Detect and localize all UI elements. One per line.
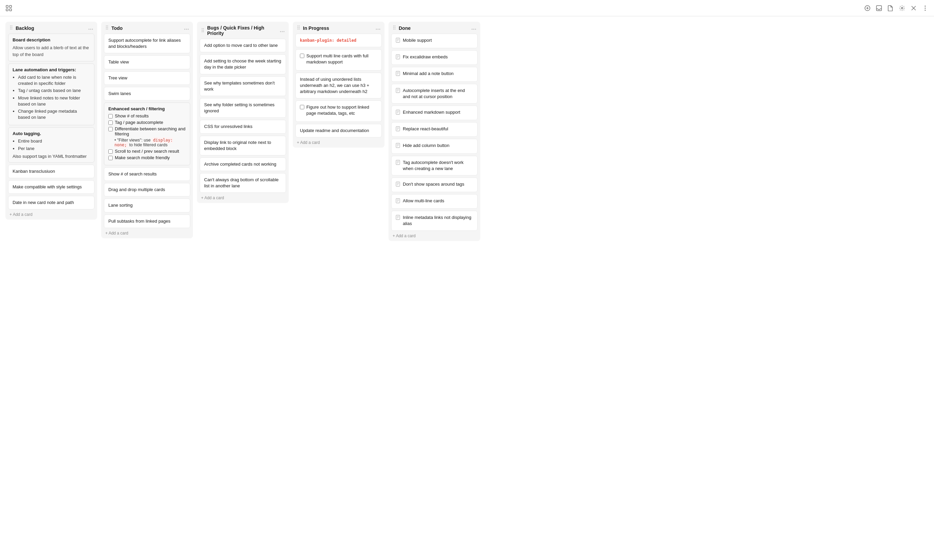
- close-icon[interactable]: [910, 5, 917, 12]
- add-card-button[interactable]: + Add a card: [197, 193, 289, 203]
- svg-point-24: [107, 25, 108, 26]
- list-item[interactable]: Date in new card note and path: [8, 196, 94, 209]
- list-item[interactable]: Allow multi-line cards: [391, 194, 478, 209]
- svg-point-32: [202, 28, 202, 29]
- checkbox[interactable]: [300, 54, 304, 58]
- svg-point-11: [925, 5, 926, 6]
- list-item[interactable]: Hide add column button: [391, 139, 478, 154]
- lane-header-left: Todo: [105, 25, 123, 31]
- list-item: Move linked notes to new folder based on…: [18, 95, 90, 107]
- svg-point-31: [188, 29, 189, 29]
- card-text: Tag autocomplete doesn't work when creat…: [403, 160, 473, 172]
- list-item[interactable]: Table view: [104, 55, 190, 69]
- add-card-button[interactable]: + Add a card: [293, 137, 384, 148]
- list-item[interactable]: Inline metadata links not displaying ali…: [391, 211, 478, 231]
- list-item[interactable]: Don't show spaces around tags: [391, 177, 478, 192]
- lane-menu-icon[interactable]: [376, 25, 381, 31]
- svg-point-30: [186, 29, 187, 29]
- gear-icon[interactable]: [899, 5, 905, 12]
- list-item[interactable]: See why templates sometimes don't work: [200, 76, 286, 96]
- lane-menu-icon[interactable]: [280, 28, 285, 33]
- checkbox[interactable]: [108, 127, 113, 131]
- lane-header-left: Backlog: [9, 25, 34, 31]
- svg-point-45: [297, 29, 298, 29]
- checkbox-label: Scroll to next / prev search result: [115, 149, 179, 154]
- checkbox-label: Make search mobile friendly: [115, 155, 170, 160]
- lane-menu-icon[interactable]: [88, 25, 93, 31]
- list-item[interactable]: Mobile support: [391, 34, 478, 48]
- list-item[interactable]: Drag and drop multiple cards: [104, 183, 190, 197]
- list-item[interactable]: Kanban transclusiuon: [8, 165, 94, 178]
- kanban-tag-card[interactable]: kanban-plugin: detailed: [296, 34, 382, 47]
- lane-menu-icon[interactable]: [472, 25, 476, 31]
- list-item[interactable]: Enhanced search / filteringShow # of res…: [104, 103, 190, 165]
- svg-rect-1: [9, 5, 12, 8]
- svg-point-39: [282, 31, 283, 32]
- checkbox-label: Support multi line cards with full markd…: [306, 53, 377, 65]
- lane-bugs: Bugs / Quick Fixes / High Priority Add o…: [197, 22, 289, 203]
- list-item[interactable]: Tag autocomplete doesn't work when creat…: [391, 156, 478, 175]
- list-item[interactable]: Lane automation and triggers:Add card to…: [8, 63, 94, 125]
- lane-title-backlog: Backlog: [15, 25, 34, 31]
- checkbox[interactable]: [108, 156, 113, 160]
- checkbox-card[interactable]: Figure out how to support linked page me…: [296, 100, 382, 122]
- list-item[interactable]: Pull subtasks from linked pages: [104, 214, 190, 228]
- list-item[interactable]: Show # of search results: [104, 167, 190, 181]
- svg-rect-3: [9, 9, 12, 11]
- lane-inprogress: In Progress kanban-plugin: detailedSuppo…: [293, 22, 384, 148]
- list-item[interactable]: Display link to original note next to em…: [200, 136, 286, 155]
- list-item[interactable]: Fix excalidraw embeds: [391, 50, 478, 65]
- list-item[interactable]: Make compatible with style settings: [8, 180, 94, 194]
- checkbox[interactable]: [108, 114, 113, 118]
- card-extra: Also support tags in YAML frontmatter: [12, 154, 90, 159]
- card-text: Hide add column button: [403, 143, 449, 149]
- checkbox-card[interactable]: Support multi line cards with full markd…: [296, 49, 382, 70]
- lane-body-backlog: Board descriptionAllow users to add a bl…: [5, 34, 97, 209]
- list-item[interactable]: Update readme and documentation: [296, 124, 382, 137]
- list-item[interactable]: Instead of using unordered lists underne…: [296, 72, 382, 99]
- list-item[interactable]: Minimal add a note button: [391, 67, 478, 82]
- list-item[interactable]: Board descriptionAllow users to add a bl…: [8, 34, 94, 62]
- note-icon: [396, 88, 400, 95]
- checkbox[interactable]: [300, 105, 304, 109]
- list-item[interactable]: CSS for unresolved links: [200, 120, 286, 133]
- list-item[interactable]: Autocomplete inserts at the end and not …: [391, 84, 478, 103]
- more-icon[interactable]: [922, 5, 929, 12]
- titlebar: [0, 0, 934, 16]
- lane-header-left: Done: [393, 25, 411, 31]
- note-icon: [396, 38, 400, 45]
- list-item[interactable]: Add option to move card to other lane: [200, 39, 286, 52]
- inbox-icon[interactable]: [875, 5, 882, 12]
- plus-circle-icon[interactable]: [864, 5, 871, 12]
- list-item[interactable]: Archive completed cards not working: [200, 157, 286, 171]
- list-item[interactable]: Tree view: [104, 71, 190, 85]
- lane-menu-icon[interactable]: [184, 25, 189, 31]
- card-text: Replace react-beautiful: [403, 126, 449, 132]
- checkbox[interactable]: [108, 120, 113, 125]
- list-item[interactable]: Add setting to choose the week starting …: [200, 54, 286, 74]
- list-item[interactable]: Lane sorting: [104, 198, 190, 212]
- add-card-button[interactable]: + Add a card: [101, 228, 193, 238]
- list-item[interactable]: Replace react-beautiful: [391, 122, 478, 137]
- svg-point-8: [902, 7, 903, 9]
- checklist-item: Figure out how to support linked page me…: [300, 104, 377, 116]
- list-item[interactable]: See why folder setting is sometimes igno…: [200, 98, 286, 118]
- checklist-item: Show # of results: [108, 113, 186, 118]
- note-icon: [396, 215, 400, 222]
- list-item[interactable]: Can't always drag bottom of scrollable l…: [200, 173, 286, 193]
- lane-header-done: Done: [388, 22, 480, 34]
- add-card-button[interactable]: + Add a card: [5, 209, 97, 220]
- list-item[interactable]: Enhanced markdown support: [391, 106, 478, 120]
- lane-title-inprogress: In Progress: [303, 25, 329, 31]
- svg-point-36: [202, 31, 202, 32]
- note-icon: [396, 182, 400, 188]
- list-item[interactable]: Support autocomplete for link aliases an…: [104, 34, 190, 53]
- list-item[interactable]: Swim lanes: [104, 87, 190, 100]
- file-icon[interactable]: [887, 5, 894, 12]
- lane-drag-icon: [297, 25, 300, 31]
- list-item[interactable]: Auto tagging.Entire boardPer laneAlso su…: [8, 127, 94, 162]
- checkbox-label: Show # of results: [115, 113, 149, 118]
- add-card-button[interactable]: + Add a card: [388, 231, 480, 241]
- lane-header-inprogress: In Progress: [293, 22, 384, 34]
- checkbox[interactable]: [108, 149, 113, 154]
